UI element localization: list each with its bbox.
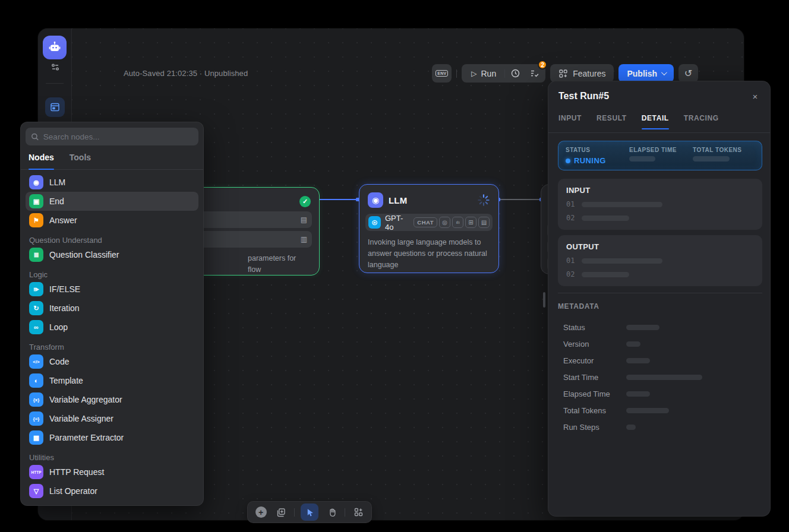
panel-resize-handle[interactable] <box>543 292 545 308</box>
publish-button[interactable]: Publish <box>618 64 674 83</box>
llm-node[interactable]: ◉ LLM ⊛ GPT-4o <box>359 184 499 273</box>
header-actions: ENV ▷ Run 2 <box>432 64 698 83</box>
meta-tokens-skeleton <box>626 408 669 413</box>
panels-window-icon[interactable] <box>45 97 65 117</box>
variable-assigner-icon: {=} <box>29 411 43 426</box>
output-row1-skeleton <box>582 258 662 264</box>
llm-node-description: Invoking large language models to answer… <box>359 231 498 271</box>
meta-row-version: Version <box>563 335 760 352</box>
run-panel-title: Test Run#5 <box>558 91 609 102</box>
start-field-2[interactable]: ▥ <box>188 231 312 248</box>
llm-node-title: LLM <box>389 195 472 205</box>
add-note-button[interactable] <box>274 505 288 520</box>
model-selector[interactable]: ⊛ GPT-4o CHAT ◎ ılı ⊞ ▤ <box>365 214 493 231</box>
input-row1-skeleton <box>582 202 662 207</box>
success-check-icon: ✓ <box>299 196 311 207</box>
llm-icon: ◉ <box>29 175 43 189</box>
parameter-extractor-icon: ▦ <box>29 430 43 445</box>
node-search-box[interactable] <box>26 128 198 145</box>
video-capability-icon: ⊞ <box>465 217 476 228</box>
meta-executor-skeleton <box>626 358 650 363</box>
node-item-code[interactable]: </> Code <box>26 352 198 371</box>
meta-elapsed-skeleton <box>626 391 650 397</box>
node-item-iteration[interactable]: ↻ Iteration <box>26 299 198 318</box>
organize-nodes-button[interactable] <box>351 505 365 520</box>
node-item-loop[interactable]: ∞ Loop <box>26 318 198 337</box>
output-row2-skeleton <box>582 272 629 277</box>
section-question-understand: Question Understand <box>26 230 198 245</box>
list-operator-filter-icon: ▽ <box>29 484 43 498</box>
env-variables-button[interactable]: ENV <box>432 64 452 83</box>
running-status-text: RUNING <box>574 156 606 165</box>
node-item-parameter-extractor[interactable]: ▦ Parameter Extractor <box>26 428 198 447</box>
node-list: ◉ LLM ▣ End ⚑ Answer Question Understand… <box>21 170 203 501</box>
tokens-skeleton <box>693 156 730 162</box>
meta-run-steps-skeleton <box>626 425 636 430</box>
meta-start-time-skeleton <box>626 375 702 380</box>
output-card: OUTPUT 01 02 <box>558 235 762 286</box>
meta-row-status: Status <box>563 319 760 335</box>
features-button[interactable]: Features <box>550 64 614 83</box>
edge-llm-to-end <box>499 199 541 200</box>
tab-tools[interactable]: Tools <box>70 151 91 169</box>
metadata-rows: Status Version Executor Start Time Elaps… <box>563 319 760 435</box>
tab-detail[interactable]: DETAIL <box>642 114 669 129</box>
run-panel-tabs: INPUT RESULT DETAIL TRACING <box>558 114 719 129</box>
section-utilities: Utilities <box>26 447 198 463</box>
run-button[interactable]: ▷ Run <box>464 64 503 83</box>
meta-row-executor: Executor <box>563 352 760 369</box>
paragraph-field-icon: ▥ <box>301 235 307 243</box>
tab-result[interactable]: RESULT <box>597 114 627 129</box>
document-capability-icon: ▤ <box>478 217 490 228</box>
node-item-answer[interactable]: ⚑ Answer <box>26 211 198 230</box>
meta-row-run-steps: Run Steps <box>563 419 760 435</box>
header-divider <box>456 69 457 78</box>
if-else-branch-icon: ⋔ <box>29 282 43 296</box>
elapsed-skeleton <box>629 156 655 162</box>
loop-infinity-icon: ∞ <box>29 320 43 334</box>
run-button-group: ▷ Run 2 <box>462 64 545 83</box>
add-node-button[interactable]: + <box>254 505 268 520</box>
app-logo-robot-icon[interactable] <box>43 36 67 59</box>
question-classifier-icon: ≣ <box>29 248 43 262</box>
variable-aggregator-icon: {x} <box>29 392 43 407</box>
play-icon: ▷ <box>471 69 476 78</box>
tab-tracing[interactable]: TRACING <box>684 114 719 129</box>
start-field-1[interactable]: ▤ <box>188 211 312 228</box>
chevron-down-icon <box>661 69 667 75</box>
node-item-variable-assigner[interactable]: {=} Variable Assigner <box>26 409 198 428</box>
node-item-if-else[interactable]: ⋔ IF/ELSE <box>26 280 198 299</box>
meta-row-start-time: Start Time <box>563 369 760 385</box>
node-item-question-classifier[interactable]: ≣ Question Classifier <box>26 245 198 264</box>
tabs-divider <box>548 132 770 133</box>
env-icon: ENV <box>435 70 448 77</box>
features-icon <box>558 69 568 78</box>
run-history-clock-button[interactable] <box>506 65 524 81</box>
node-item-http-request[interactable]: HTTP HTTP Request <box>26 463 198 482</box>
checklist-button[interactable]: 2 <box>525 65 543 81</box>
hand-mode-button[interactable] <box>324 505 339 520</box>
node-item-variable-aggregator[interactable]: {x} Variable Aggregator <box>26 390 198 409</box>
node-item-end[interactable]: ▣ End <box>26 192 198 211</box>
input-card: INPUT 01 02 <box>558 179 762 230</box>
tab-input[interactable]: INPUT <box>558 114 582 129</box>
test-run-panel: Test Run#5 × INPUT RESULT DETAIL TRACING… <box>548 81 771 517</box>
node-search-panel: Nodes Tools ◉ LLM ▣ End ⚑ Answer Questio… <box>20 122 204 506</box>
metadata-title: METADATA <box>558 302 599 311</box>
node-item-llm[interactable]: ◉ LLM <box>26 173 198 192</box>
model-name: GPT-4o <box>385 214 409 232</box>
tab-nodes[interactable]: Nodes <box>29 151 54 169</box>
version-history-button[interactable]: ↺ <box>678 64 698 83</box>
pointer-mode-button[interactable] <box>301 504 318 521</box>
chat-mode-badge: CHAT <box>414 217 437 227</box>
running-status-dot <box>566 159 570 163</box>
rail-divider <box>46 83 64 84</box>
node-item-template[interactable]: ◐ Template <box>26 371 198 390</box>
search-input[interactable] <box>43 132 193 141</box>
meta-status-skeleton <box>626 325 659 330</box>
close-icon[interactable]: × <box>749 90 762 103</box>
node-item-list-operator[interactable]: ▽ List Operator <box>26 482 198 501</box>
canvas-toolbar: + <box>247 501 372 523</box>
preferences-sliders-icon[interactable] <box>49 61 62 74</box>
section-transform: Transform <box>26 337 198 352</box>
